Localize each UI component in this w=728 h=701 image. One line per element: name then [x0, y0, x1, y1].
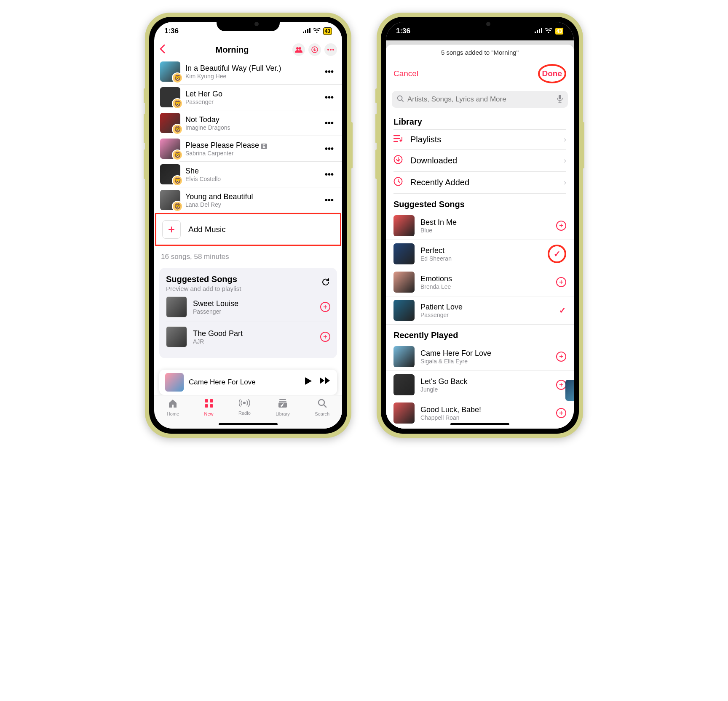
explicit-badge: E: [261, 144, 267, 149]
svg-point-5: [299, 47, 301, 50]
add-song-button[interactable]: +: [556, 352, 566, 362]
add-song-button[interactable]: +: [556, 408, 566, 418]
song-more-button[interactable]: •••: [322, 93, 336, 102]
download-button[interactable]: [308, 43, 321, 56]
search-field[interactable]: [392, 91, 568, 108]
song-row[interactable]: 🦁 Young and Beautiful Lana Del Rey •••: [179, 187, 342, 213]
song-artist: Blue: [420, 227, 550, 234]
svg-point-18: [281, 405, 282, 407]
back-button[interactable]: [159, 44, 172, 55]
svg-point-7: [327, 49, 329, 51]
svg-rect-12: [205, 404, 208, 408]
library-icon: [278, 399, 287, 410]
svg-rect-28: [559, 95, 561, 99]
library-label: Downloaded: [410, 156, 558, 165]
wifi-icon: [313, 27, 321, 35]
song-title: Young and Beautiful: [185, 192, 317, 201]
song-artist: Passenger: [420, 312, 553, 318]
cellular-icon: [535, 27, 542, 35]
svg-point-14: [243, 402, 246, 404]
song-title: Please Please PleaseE: [185, 141, 317, 150]
cancel-button[interactable]: Cancel: [393, 69, 418, 78]
svg-rect-16: [279, 401, 286, 402]
song-more-button[interactable]: •••: [322, 67, 336, 77]
done-button-highlight: Done: [538, 64, 567, 83]
add-song-button[interactable]: +: [556, 221, 566, 231]
refresh-button[interactable]: [321, 277, 330, 289]
song-row[interactable]: 🦁 In a Beautiful Way (Full Ver.) Kim Kyu…: [179, 59, 342, 85]
tab-new[interactable]: New: [204, 399, 214, 416]
song-artist: Jungle: [420, 386, 550, 393]
song-row[interactable]: Perfect Ed Sheeran ✓: [386, 240, 574, 268]
album-art: [166, 326, 187, 347]
song-artist: Brenda Lee: [420, 283, 550, 290]
library-label: Recently Added: [410, 178, 558, 187]
song-title: The Good Part: [193, 329, 314, 338]
album-art: [393, 215, 415, 236]
home-indicator[interactable]: [450, 423, 509, 425]
collaborators-button[interactable]: [292, 43, 305, 56]
song-more-button[interactable]: •••: [322, 195, 336, 205]
song-row[interactable]: 🦁 Not Today Imagine Dragons •••: [179, 110, 342, 136]
tab-home[interactable]: Home: [167, 399, 179, 416]
notch: [217, 17, 280, 31]
song-row[interactable]: Let's Go Back Jungle +: [386, 371, 574, 399]
library-row-recently-added[interactable]: Recently Added ›: [393, 172, 566, 194]
suggested-row[interactable]: Sweet Louise Passenger +: [166, 292, 330, 322]
now-playing-art: [165, 373, 184, 392]
song-artist: Passenger: [193, 308, 314, 315]
song-row[interactable]: 🦁 Please Please PleaseE Sabrina Carpente…: [179, 136, 342, 162]
album-art: [393, 243, 415, 264]
song-row[interactable]: Best In Me Blue +: [386, 212, 574, 240]
search-input[interactable]: [407, 95, 554, 104]
add-song-button[interactable]: +: [556, 380, 566, 390]
tab-radio[interactable]: Radio: [238, 399, 251, 416]
svg-rect-3: [309, 28, 310, 33]
add-song-button[interactable]: +: [320, 302, 330, 312]
now-playing-bar[interactable]: Came Here For Love: [159, 370, 337, 395]
album-art: [393, 346, 415, 367]
checkmark-icon[interactable]: ✓: [554, 249, 561, 259]
suggested-row[interactable]: The Good Part AJR +: [166, 322, 330, 352]
library-row-playlists[interactable]: Playlists ›: [393, 129, 566, 150]
song-artist: Ed Sheeran: [420, 255, 542, 262]
library-row-downloaded[interactable]: Downloaded ›: [393, 150, 566, 172]
play-button[interactable]: [304, 376, 313, 388]
tab-search[interactable]: Search: [315, 399, 329, 416]
checkmark-icon[interactable]: ✓: [559, 305, 566, 315]
album-art: [393, 300, 415, 321]
song-more-button[interactable]: •••: [322, 144, 336, 154]
page-title: Morning: [175, 45, 289, 55]
mic-icon[interactable]: [557, 94, 563, 104]
more-button[interactable]: [324, 43, 337, 56]
svg-rect-13: [210, 404, 213, 408]
song-artist: AJR: [193, 338, 314, 345]
svg-rect-0: [303, 32, 304, 33]
add-song-button[interactable]: +: [320, 332, 330, 342]
svg-rect-1: [305, 30, 306, 33]
done-button[interactable]: Done: [542, 69, 562, 78]
tab-library[interactable]: Library: [276, 399, 290, 416]
search-icon: [397, 95, 404, 104]
song-row[interactable]: Patient Love Passenger ✓: [386, 296, 574, 325]
svg-rect-24: [539, 29, 540, 33]
song-row[interactable]: 🦁 Let Her Go Passenger •••: [179, 85, 342, 110]
song-artist: Imagine Dragons: [185, 124, 317, 131]
user-avatar-icon: 🦁: [172, 201, 183, 212]
suggested-title: Suggested Songs: [166, 275, 241, 284]
add-music-button[interactable]: + Add Music: [155, 213, 341, 246]
song-row[interactable]: Emotions Brenda Lee +: [386, 268, 574, 296]
add-song-button[interactable]: +: [556, 277, 566, 287]
album-art: [393, 272, 415, 293]
library-icon: [393, 155, 404, 166]
song-artist: Sabrina Carpenter: [185, 150, 317, 157]
song-more-button[interactable]: •••: [322, 118, 336, 128]
plus-icon: +: [162, 220, 181, 239]
song-more-button[interactable]: •••: [322, 170, 336, 179]
song-row[interactable]: Came Here For Love Sigala & Ella Eyre +: [386, 343, 574, 371]
song-title: Best In Me: [420, 218, 550, 227]
song-row[interactable]: 🦁 She Elvis Costello •••: [179, 162, 342, 187]
forward-button[interactable]: [319, 376, 331, 388]
peek-artwork: [565, 380, 574, 401]
home-indicator[interactable]: [219, 423, 278, 425]
